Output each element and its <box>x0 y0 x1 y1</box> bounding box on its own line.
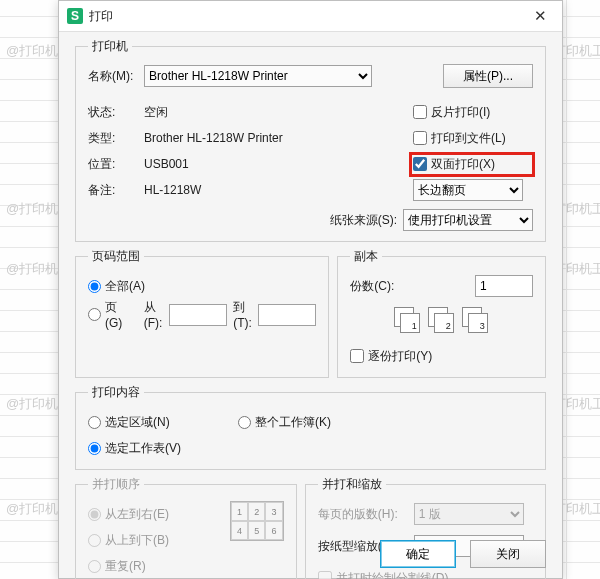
page-range-all-label: 全部(A) <box>105 278 145 295</box>
printer-type-label: 类型: <box>88 130 144 147</box>
collate-label: 逐份打印(Y) <box>368 348 432 365</box>
printer-status-value: 空闲 <box>144 104 413 121</box>
printer-name-select[interactable]: Brother HL-1218W Printer <box>144 65 372 87</box>
copies-count-label: 份数(C): <box>350 278 394 295</box>
titlebar: S 打印 ✕ <box>59 1 562 32</box>
print-order-section: 并打顺序 从左到右(E) 从上到下(B) 重复(R) <box>75 476 297 579</box>
order-ltr-label: 从左到右(E) <box>105 506 169 523</box>
duplex-label: 双面打印(X) <box>431 156 495 173</box>
content-sheet-radio[interactable] <box>88 442 101 455</box>
printer-status-label: 状态: <box>88 104 144 121</box>
page-range-from-label: 从(F): <box>144 299 169 330</box>
cancel-button[interactable]: 关闭 <box>470 540 546 568</box>
app-icon: S <box>67 8 83 24</box>
order-preview-icon: 123456 <box>230 501 284 541</box>
order-ltr-radio <box>88 508 101 521</box>
print-content-legend: 打印内容 <box>88 384 144 401</box>
per-page-select: 1 版 <box>414 503 524 525</box>
per-page-label: 每页的版数(H): <box>318 506 414 523</box>
page-range-pages-label: 页(G) <box>105 299 129 330</box>
scale-legend: 并打和缩放 <box>318 476 386 493</box>
printer-comment-label: 备注: <box>88 182 144 199</box>
draw-lines-checkbox <box>318 571 332 579</box>
print-content-section: 打印内容 选定区域(N) 整个工作簿(K) 选定工作表(V) <box>75 384 546 470</box>
collate-checkbox[interactable] <box>350 349 364 363</box>
paper-source-label: 纸张来源(S): <box>330 212 403 229</box>
print-to-file-label: 打印到文件(L) <box>431 130 506 147</box>
content-selection-label: 选定区域(N) <box>105 414 170 431</box>
printer-name-label: 名称(M): <box>88 68 144 85</box>
content-selection-radio[interactable] <box>88 416 101 429</box>
page-range-to-input[interactable] <box>258 304 316 326</box>
copies-count-input[interactable] <box>475 275 533 297</box>
order-ttb-radio <box>88 534 101 547</box>
order-repeat-radio <box>88 560 101 573</box>
page-range-legend: 页码范围 <box>88 248 144 265</box>
copies-preview: 11 22 33 <box>350 307 533 335</box>
copies-legend: 副本 <box>350 248 382 265</box>
page-range-from-input[interactable] <box>169 304 227 326</box>
printer-where-value: USB001 <box>144 157 413 171</box>
print-to-file-checkbox[interactable] <box>413 131 427 145</box>
duplex-checkbox[interactable] <box>413 157 427 171</box>
page-range-all-radio[interactable] <box>88 280 101 293</box>
printer-legend: 打印机 <box>88 38 132 55</box>
printer-section: 打印机 名称(M): Brother HL-1218W Printer 属性(P… <box>75 38 546 242</box>
close-button[interactable]: ✕ <box>520 2 560 30</box>
paper-source-select[interactable]: 使用打印机设置 <box>403 209 533 231</box>
invert-print-checkbox[interactable] <box>413 105 427 119</box>
duplex-mode-select[interactable]: 长边翻页 <box>413 179 523 201</box>
draw-lines-label: 并打时绘制分割线(D) <box>336 570 449 580</box>
ok-button[interactable]: 确定 <box>380 540 456 568</box>
content-sheet-label: 选定工作表(V) <box>105 440 181 457</box>
copies-section: 副本 份数(C): 11 22 33 逐份打印(Y) <box>337 248 546 378</box>
order-ttb-label: 从上到下(B) <box>105 532 169 549</box>
duplex-highlight: 双面打印(X) <box>411 154 533 175</box>
printer-type-value: Brother HL-1218W Printer <box>144 131 413 145</box>
print-dialog: S 打印 ✕ 打印机 名称(M): Brother HL-1218W Print… <box>58 0 563 579</box>
printer-comment-value: HL-1218W <box>144 183 413 197</box>
page-range-section: 页码范围 全部(A) 页(G) 从(F): 到(T): <box>75 248 329 378</box>
page-range-to-label: 到(T): <box>233 299 258 330</box>
printer-where-label: 位置: <box>88 156 144 173</box>
printer-properties-button[interactable]: 属性(P)... <box>443 64 533 88</box>
invert-print-label: 反片打印(I) <box>431 104 490 121</box>
order-repeat-label: 重复(R) <box>105 558 146 575</box>
content-workbook-radio[interactable] <box>238 416 251 429</box>
print-order-legend: 并打顺序 <box>88 476 144 493</box>
dialog-title: 打印 <box>89 8 520 25</box>
content-workbook-label: 整个工作簿(K) <box>255 414 331 431</box>
page-range-pages-radio[interactable] <box>88 308 101 321</box>
